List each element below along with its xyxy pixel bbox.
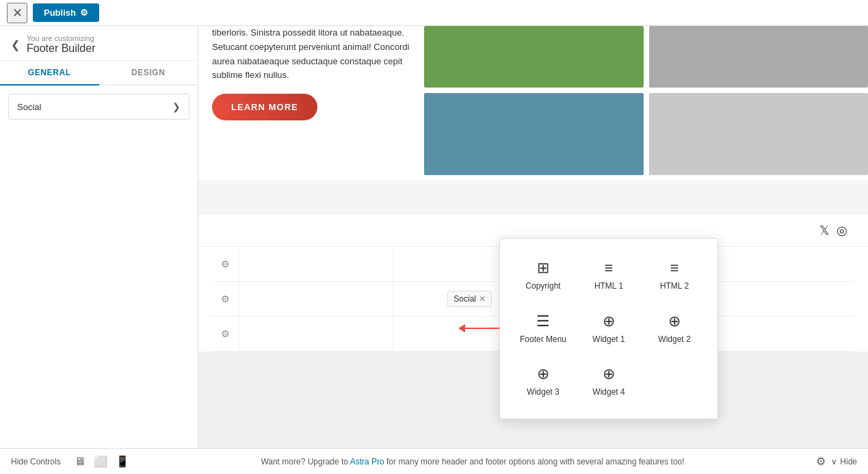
html2-label: HTML 2 (660, 281, 689, 292)
learn-more-label: LEARN MORE (231, 102, 298, 112)
preview-image-4 (649, 93, 869, 175)
publish-button[interactable]: Publish ⚙ (33, 3, 99, 22)
back-button[interactable]: ❮ (11, 38, 20, 51)
social-tag-remove[interactable]: ✕ (479, 294, 486, 304)
preview-left-section: tiberloris. Sinistra possedit litora ut … (198, 26, 424, 181)
preview-image-2 (649, 26, 869, 88)
popup-container: ⊞ Copyright ≡ HTML 1 ≡ HTML 2 (499, 238, 718, 419)
upgrade-message: Want more? Upgrade to Astra Pro for many… (129, 457, 817, 466)
widget-picker-popup: ⊞ Copyright ≡ HTML 1 ≡ HTML 2 (499, 238, 718, 419)
preview-body-text: tiberloris. Sinistra possedit litora ut … (212, 26, 410, 83)
sidebar-content: Social ❯ (0, 85, 198, 128)
widget3-label: Widget 3 (527, 387, 559, 398)
html2-icon: ≡ (670, 259, 679, 277)
sidebar-header: ❮ You are customizing Footer Builder (0, 26, 198, 61)
preview-main: tiberloris. Sinistra possedit litora ut … (198, 26, 868, 181)
social-list-item[interactable]: Social ❯ (8, 94, 189, 120)
popup-item-widget2[interactable]: ⊕ Widget 2 (645, 306, 704, 352)
mobile-view-button[interactable]: 📱 (116, 455, 129, 468)
footer-row2-cell4[interactable] (700, 282, 854, 316)
bottom-bar-left: Hide Controls (11, 457, 61, 466)
social-tag-label: Social (453, 294, 476, 304)
arrow-indicator (458, 324, 499, 332)
desktop-view-button[interactable]: 🖥 (75, 456, 86, 468)
social-label: Social (17, 102, 41, 112)
learn-more-button[interactable]: LEARN MORE (212, 94, 317, 120)
arrow-head (458, 324, 465, 332)
footer-row1-cell1[interactable] (239, 247, 393, 281)
html1-label: HTML 1 (594, 281, 623, 292)
hide-button[interactable]: ∨ Hide (831, 457, 857, 466)
footer-row2-cell1[interactable] (239, 282, 393, 316)
footer-row3-cell4[interactable] (700, 317, 854, 351)
customizing-label: You are customizing (27, 34, 96, 42)
popup-item-widget1[interactable]: ⊕ Widget 1 (579, 306, 638, 352)
tablet-view-button[interactable]: ⬜ (94, 455, 107, 468)
popup-item-widget3[interactable]: ⊕ Widget 3 (514, 358, 573, 405)
sidebar: ❮ You are customizing Footer Builder GEN… (0, 26, 198, 448)
hide-label: Hide (840, 457, 857, 466)
gear-icon-row1[interactable]: ⚙ (221, 259, 230, 269)
footer-menu-icon: ☰ (536, 313, 550, 330)
arrow-line (465, 328, 499, 329)
astra-pro-link[interactable]: Astra Pro (350, 457, 384, 466)
popup-item-html1[interactable]: ≡ HTML 1 (579, 252, 638, 299)
section-title: Footer Builder (27, 42, 96, 55)
popup-item-copyright[interactable]: ⊞ Copyright (514, 252, 573, 299)
bottom-settings-icon[interactable]: ⚙ (816, 455, 826, 468)
publish-settings-icon: ⚙ (80, 8, 88, 18)
social-cell-tag: Social ✕ (447, 291, 492, 307)
widget1-icon: ⊕ (603, 313, 615, 330)
footer-row1-cell4[interactable] (700, 247, 854, 281)
gear-icon-row2[interactable]: ⚙ (221, 293, 230, 304)
footer-row1-gear: ⚙ (212, 247, 239, 281)
copyright-icon: ⊞ (537, 259, 549, 277)
tab-design[interactable]: DESIGN (99, 61, 198, 85)
chevron-right-icon: ❯ (172, 101, 181, 112)
footer-row2-gear: ⚙ (212, 282, 239, 316)
publish-label: Publish (44, 8, 76, 18)
sidebar-tabs: GENERAL DESIGN (0, 61, 198, 85)
bottom-bar: Hide Controls 🖥 ⬜ 📱 Want more? Upgrade t… (0, 448, 868, 474)
popup-grid: ⊞ Copyright ≡ HTML 1 ≡ HTML 2 (514, 252, 704, 405)
hide-controls-button[interactable]: Hide Controls (11, 457, 61, 466)
widget3-icon: ⊕ (537, 365, 549, 383)
bottom-bar-right: ⚙ ∨ Hide (816, 455, 857, 468)
tab-general[interactable]: GENERAL (0, 61, 99, 85)
preview-image-3 (424, 93, 644, 175)
footer-row3-gear: ⚙ (212, 317, 239, 351)
widget4-label: Widget 4 (592, 387, 624, 398)
main-layout: ❮ You are customizing Footer Builder GEN… (0, 26, 868, 448)
html1-icon: ≡ (605, 259, 614, 277)
footer-row3-cell1[interactable] (239, 317, 393, 351)
copyright-label: Copyright (525, 281, 560, 292)
widget4-icon: ⊕ (603, 365, 615, 383)
preview-image-1 (424, 26, 644, 88)
close-icon: ✕ (12, 5, 23, 21)
widget2-icon: ⊕ (668, 313, 681, 330)
preview-separator (198, 181, 868, 215)
footer-menu-label: Footer Menu (520, 334, 566, 345)
popup-item-html2[interactable]: ≡ HTML 2 (645, 252, 704, 299)
chevron-down-icon: ∨ (831, 457, 837, 466)
social-icons-row: 𝕏 ◎ (819, 223, 847, 238)
top-bar: ✕ Publish ⚙ (0, 0, 868, 26)
widget1-label: Widget 1 (592, 334, 624, 345)
preview-area: tiberloris. Sinistra possedit litora ut … (198, 26, 868, 448)
twitter-icon: 𝕏 (819, 223, 830, 238)
instagram-icon: ◎ (837, 223, 847, 238)
widget2-label: Widget 2 (658, 334, 690, 345)
popup-item-footer-menu[interactable]: ☰ Footer Menu (514, 306, 573, 352)
gear-icon-row3[interactable]: ⚙ (221, 328, 230, 339)
close-button[interactable]: ✕ (7, 3, 27, 23)
preview-images (424, 26, 868, 181)
popup-item-widget4[interactable]: ⊕ Widget 4 (579, 358, 638, 405)
